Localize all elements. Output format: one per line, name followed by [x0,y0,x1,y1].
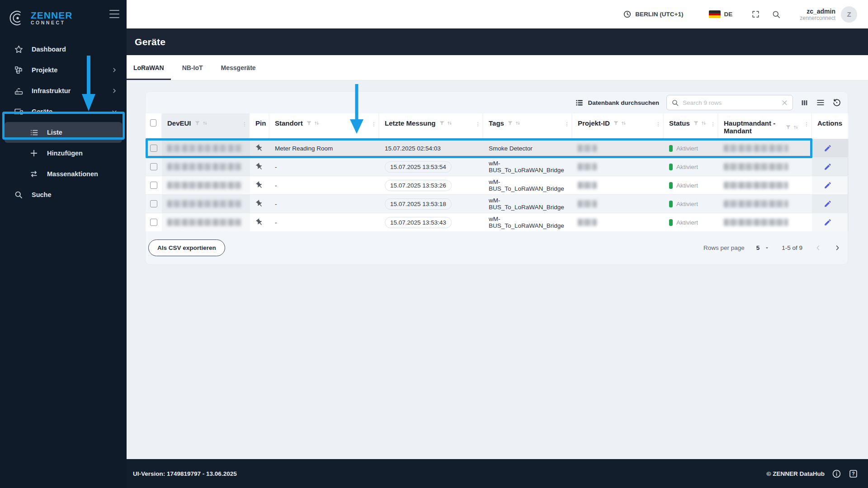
sort-arrows-icon[interactable] [514,120,521,127]
header-cell-projekt[interactable]: Projekt-ID [572,113,664,139]
sort-arrows-icon[interactable] [793,124,799,131]
sidebar-item-dashboard[interactable]: Dashboard [0,39,127,60]
column-label: Standort [275,119,303,127]
table-row[interactable]: Meter Reading Room15.07.2025 02:54:03Smo… [146,139,848,157]
info-icon[interactable] [832,469,841,479]
pagination: Rows per page 5 1-5 of 9 [703,244,841,252]
column-menu-icon[interactable] [564,121,570,128]
tab-messger-te[interactable]: Messgeräte [214,55,263,80]
table-row[interactable]: -15.07.2025 13:53:18wM-BUS_To_LoRaWAN_Br… [146,194,848,213]
page-title: Geräte [135,37,165,47]
table-row[interactable]: -15.07.2025 13:53:26wM-BUS_To_LoRaWAN_Br… [146,176,848,194]
header-cell-deveui[interactable]: DevEUI [162,113,250,139]
deveui-cell [162,158,250,176]
sort-arrows-icon[interactable] [620,120,627,127]
row-checkbox[interactable] [150,163,157,170]
avatar[interactable]: Z [841,6,857,23]
username: zc_admin [800,8,835,15]
pushpin-icon[interactable] [255,163,264,171]
next-page-icon[interactable] [834,244,841,252]
column-menu-icon[interactable] [655,121,661,128]
language-selector[interactable]: DE [724,11,733,18]
tab-nb-iot[interactable]: NB-IoT [175,55,210,80]
sidebar-item-suche[interactable]: Suche [0,184,127,205]
sidebar-item-massenaktionen[interactable]: Massenaktionen [0,164,127,184]
column-menu-icon[interactable] [475,121,481,128]
column-label: Hauptmandant - Mandant [724,119,787,135]
rows-per-page-select[interactable]: 5 [756,244,770,251]
database-search-button[interactable]: Datenbank durchsuchen [575,99,659,107]
export-csv-button[interactable]: Als CSV exportieren [148,239,225,256]
table-row[interactable]: -15.07.2025 13:53:43wM-BUS_To_LoRaWAN_Br… [146,213,848,231]
hauptmandant-cell [718,213,812,231]
table-row[interactable]: -15.07.2025 13:53:54wM-BUS_To_LoRaWAN_Br… [146,157,848,176]
edit-pencil-icon[interactable] [824,144,832,152]
search-icon [671,99,679,107]
header-cell-mandant[interactable]: Hauptmandant - Mandant [718,113,812,139]
page-title-bar: Geräte [127,28,868,55]
header-cell-standort[interactable]: Standort [269,113,379,139]
filter-funnel-icon[interactable] [194,120,201,127]
edit-pencil-icon[interactable] [824,163,832,171]
edit-pencil-icon[interactable] [824,200,832,208]
menu-toggle-icon[interactable] [109,10,119,18]
row-checkbox[interactable] [150,219,157,226]
column-menu-icon[interactable] [371,121,377,128]
filter-funnel-icon[interactable] [785,124,792,131]
row-checkbox[interactable] [150,145,157,152]
filter-funnel-icon[interactable] [613,120,619,127]
column-label: Tags [489,119,504,127]
edit-pencil-icon[interactable] [824,218,832,226]
sidebar-item-liste[interactable]: Liste [5,122,122,143]
pushpin-icon[interactable] [255,144,264,152]
timezone-display[interactable]: BERLIN (UTC+1) [623,10,683,19]
sort-arrows-icon[interactable] [446,120,453,127]
letzte-messung-cell: 15.07.2025 13:53:54 [379,158,483,176]
column-menu-icon[interactable] [710,121,716,128]
sitemap-icon [14,66,24,75]
previous-page-icon[interactable] [814,244,822,252]
row-checkbox[interactable] [150,200,157,207]
restore-icon[interactable] [832,98,841,107]
column-menu-icon[interactable] [241,121,248,128]
user-info[interactable]: zc_admin zennerconnect [800,8,835,21]
columns-icon[interactable] [800,99,809,107]
column-menu-icon[interactable] [803,121,810,128]
header-cell-letzte[interactable]: Letzte Messung [379,113,483,139]
sort-arrows-icon[interactable] [202,120,208,127]
row-density-icon[interactable] [816,98,825,107]
filter-funnel-icon[interactable] [439,120,445,127]
sort-arrows-icon[interactable] [700,120,707,127]
sidebar-item-hinzufuegen[interactable]: Hinzufügen [0,143,127,164]
hauptmandant-cell [718,139,812,157]
filter-funnel-icon[interactable] [693,120,699,127]
redacted-deveui [167,182,241,189]
header-cell-status[interactable]: Status [664,113,718,139]
edit-pencil-icon[interactable] [824,181,832,189]
help-icon[interactable]: ? [849,469,858,479]
pushpin-icon[interactable] [255,200,264,208]
filter-funnel-icon[interactable] [306,120,312,127]
select-all-checkbox[interactable] [150,119,156,127]
pushpin-icon[interactable] [255,181,264,189]
svg-text:?: ? [852,471,854,476]
sidebar-item-geraete[interactable]: Geräte [0,101,127,122]
clear-search-icon[interactable] [781,99,788,106]
sidebar-item-projekte[interactable]: Projekte [0,60,127,80]
sidebar-item-label: Hinzufügen [47,150,83,157]
app-footer: UI-Version: 1749819797 - 13.06.2025 © ZE… [127,459,868,488]
standort-value: Meter Reading Room [275,145,333,152]
projekt-id-cell [572,176,664,194]
table-search-input[interactable] [683,99,778,106]
row-checkbox[interactable] [150,182,157,189]
search-icon[interactable] [772,10,781,19]
pushpin-icon[interactable] [255,218,264,226]
filter-funnel-icon[interactable] [507,120,514,127]
redacted-mandant [724,163,788,170]
fullscreen-icon[interactable] [751,10,760,19]
pin-cell [250,158,269,176]
sidebar-item-infrastruktur[interactable]: Infrastruktur [0,80,127,101]
header-cell-tags[interactable]: Tags [483,113,572,139]
tab-lorawan[interactable]: LoRaWAN [127,55,171,80]
sort-arrows-icon[interactable] [313,120,320,127]
